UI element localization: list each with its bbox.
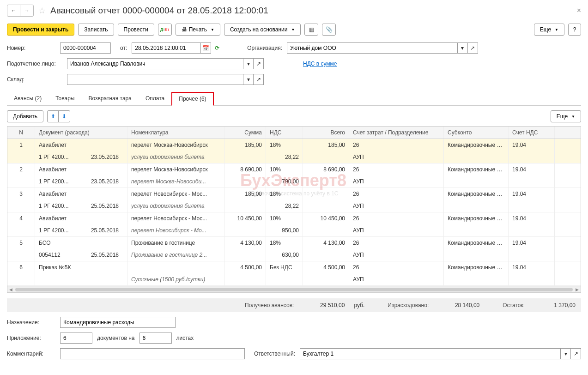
- attach-mid-label: документов на: [97, 335, 135, 341]
- structure-icon[interactable]: ▦: [304, 24, 318, 36]
- move-up-icon[interactable]: ⬆: [48, 111, 59, 122]
- comment-field[interactable]: [60, 348, 245, 359]
- create-based-button[interactable]: Создать на основании▼: [224, 24, 301, 36]
- table-row[interactable]: 4 Авиабилет перелет Новосибирск - Мос...…: [7, 212, 581, 237]
- dt-kt-icon[interactable]: ДтКт: [158, 24, 172, 36]
- save-button[interactable]: Записать: [78, 24, 114, 36]
- currency-label: руб.: [354, 302, 364, 308]
- move-down-icon[interactable]: ⬇: [59, 111, 70, 122]
- remainder-value: 1 370,00: [534, 302, 576, 308]
- horizontal-scrollbar[interactable]: ◀ ▶: [7, 286, 581, 292]
- resp-open-icon[interactable]: ↗: [571, 348, 581, 359]
- nav-back[interactable]: ←: [7, 5, 20, 16]
- spent-value: 28 140,00: [438, 302, 479, 308]
- attach-end-label: листах: [176, 335, 194, 341]
- date-field[interactable]: [132, 42, 201, 54]
- warehouse-label: Склад:: [7, 76, 67, 83]
- remainder-label: Остаток:: [503, 302, 525, 308]
- attach-docs-field[interactable]: [60, 333, 92, 344]
- print-button[interactable]: 🖶Печать▼: [176, 24, 220, 36]
- resp-field[interactable]: [300, 348, 561, 359]
- tab-goods[interactable]: Товары: [48, 92, 81, 105]
- person-dropdown-icon[interactable]: ▾: [243, 58, 254, 69]
- col-ndsacc[interactable]: Счет НДС: [509, 127, 555, 139]
- tab-other[interactable]: Прочее (6): [171, 92, 213, 106]
- table-row[interactable]: 2 Авиабилет перелет Москва-Новосибирск 8…: [7, 163, 581, 188]
- col-nom[interactable]: Номенклатура: [127, 127, 224, 139]
- purpose-label: Назначение:: [7, 319, 60, 326]
- purpose-field[interactable]: [60, 317, 176, 328]
- post-button[interactable]: Провести: [118, 24, 154, 36]
- col-n[interactable]: N: [7, 127, 35, 139]
- comment-label: Комментарий:: [7, 351, 60, 357]
- attach-sheets-field[interactable]: [139, 333, 172, 344]
- number-field[interactable]: [60, 42, 111, 54]
- attach-label: Приложение:: [7, 335, 60, 341]
- tab-returnable[interactable]: Возвратная тара: [81, 92, 139, 105]
- table-row[interactable]: 5 БСО Проживание в гостинице 4 130,00 18…: [7, 237, 581, 261]
- tab-advances[interactable]: Авансы (2): [7, 92, 48, 105]
- resp-label: Ответственный:: [254, 351, 295, 357]
- col-nds[interactable]: НДС: [266, 127, 303, 139]
- close-icon[interactable]: ×: [577, 6, 581, 15]
- person-field[interactable]: [67, 58, 243, 69]
- col-sum[interactable]: Сумма: [224, 127, 266, 139]
- org-open-icon[interactable]: ↗: [468, 42, 478, 54]
- warehouse-dropdown-icon[interactable]: ▾: [243, 74, 254, 85]
- add-row-button[interactable]: Добавить: [7, 110, 43, 122]
- attach-icon[interactable]: 📎: [322, 24, 336, 36]
- number-label: Номер:: [7, 45, 60, 51]
- person-label: Подотчетное лицо:: [7, 60, 67, 67]
- favorite-icon[interactable]: ☆: [38, 6, 46, 16]
- vat-mode-link[interactable]: НДС в сумме: [303, 60, 337, 67]
- expenses-grid: N Документ (расхода) Номенклатура Сумма …: [7, 126, 581, 293]
- spent-label: Израсходовано:: [388, 302, 429, 308]
- nav-forward[interactable]: →: [20, 5, 33, 16]
- calendar-icon[interactable]: 📅: [201, 42, 211, 54]
- org-field[interactable]: [287, 42, 458, 54]
- col-doc[interactable]: Документ (расхода): [35, 127, 127, 139]
- from-label: от:: [120, 45, 127, 51]
- org-dropdown-icon[interactable]: ▾: [458, 42, 468, 54]
- person-open-icon[interactable]: ↗: [254, 58, 264, 69]
- page-title: Авансовый отчет 0000-000004 от 28.05.201…: [50, 6, 268, 16]
- refresh-date-icon[interactable]: ⟳: [215, 45, 219, 51]
- received-value: 29 510,00: [303, 302, 345, 308]
- warehouse-field[interactable]: [67, 74, 243, 85]
- received-label: Получено авансов:: [245, 302, 294, 308]
- org-label: Организация:: [247, 45, 282, 51]
- warehouse-open-icon[interactable]: ↗: [254, 74, 264, 85]
- resp-dropdown-icon[interactable]: ▾: [561, 348, 571, 359]
- help-button[interactable]: ?: [568, 24, 581, 36]
- tab-more-button[interactable]: Еще▼: [551, 110, 581, 122]
- col-total[interactable]: Всего: [303, 127, 349, 139]
- col-sub[interactable]: Субконто: [444, 127, 509, 139]
- post-and-close-button[interactable]: Провести и закрыть: [7, 24, 74, 36]
- table-row[interactable]: 1 Авиабилет перелет Москва-Новосибирск 1…: [7, 139, 581, 163]
- table-row[interactable]: 6 Приказ №5К 4 500,00 Без НДС 4 500,00 2…: [7, 261, 581, 286]
- more-button[interactable]: Еще▼: [534, 24, 564, 36]
- table-row[interactable]: 3 Авиабилет перелет Новосибирск - Мос...…: [7, 188, 581, 212]
- tab-payment[interactable]: Оплата: [139, 92, 171, 105]
- col-acc[interactable]: Счет затрат / Подразделение: [349, 127, 444, 139]
- printer-icon: 🖶: [182, 26, 187, 33]
